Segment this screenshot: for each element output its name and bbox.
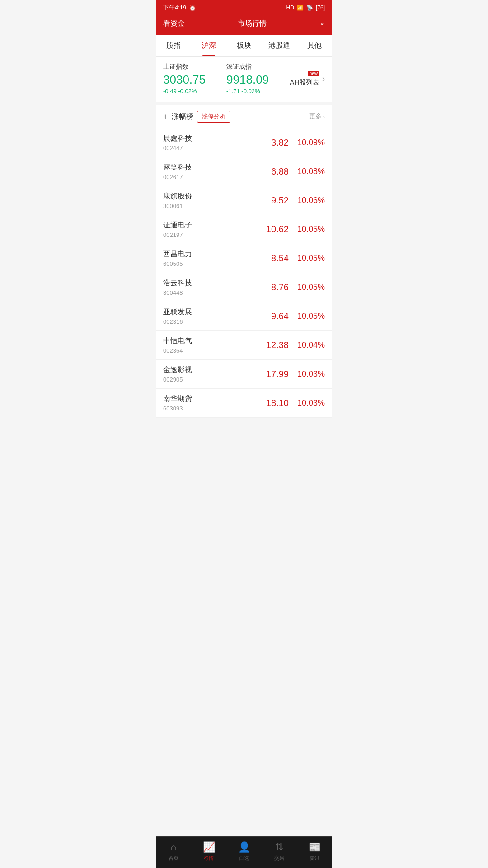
stock-code: 002447	[163, 145, 248, 151]
stock-price: 9.52	[248, 195, 289, 206]
stock-price: 9.64	[248, 311, 289, 321]
stock-price: 3.82	[248, 137, 289, 148]
tab-bankuai[interactable]: 板块	[226, 35, 262, 56]
stock-item[interactable]: 证通电子 002197 10.62 10.05%	[156, 215, 332, 244]
app-header: 看资金 市场行情 ⚬	[156, 14, 332, 35]
stock-list: 晨鑫科技 002447 3.82 10.09% 露笑科技 002617 6.88…	[156, 128, 332, 418]
stock-info: 中恒电气 002364	[163, 336, 248, 354]
rise-board-header: ⬇ 涨幅榜 涨停分析 更多 ›	[156, 105, 332, 128]
stock-name: 西昌电力	[163, 250, 248, 259]
ah-section[interactable]: new AH股列表 ›	[290, 71, 325, 87]
analysis-button[interactable]: 涨停分析	[197, 111, 230, 123]
index-divider	[221, 65, 221, 92]
stock-price: 12.38	[248, 340, 289, 350]
tab-guzhi[interactable]: 股指	[156, 35, 191, 56]
stock-price: 8.76	[248, 282, 289, 292]
chevron-right-icon: ›	[322, 74, 325, 84]
more-label: 更多	[309, 113, 322, 121]
index-section: 上证指数 3030.75 -0.49 -0.02% 深证成指 9918.09 -…	[156, 57, 332, 105]
stock-item[interactable]: 亚联发展 002316 9.64 10.05%	[156, 302, 332, 331]
battery-level: 76	[317, 5, 323, 11]
stock-name: 露笑科技	[163, 163, 248, 172]
index-divider-2	[284, 65, 284, 92]
stock-item[interactable]: 康旗股份 300061 9.52 10.06%	[156, 186, 332, 215]
stock-name: 浩云科技	[163, 278, 248, 288]
more-chevron-icon: ›	[323, 113, 325, 120]
stock-item[interactable]: 露笑科技 002617 6.88 10.08%	[156, 157, 332, 186]
page-title: 市场行情	[238, 19, 267, 28]
stock-code: 002197	[163, 231, 248, 238]
ah-content: new AH股列表	[290, 71, 319, 87]
stock-code: 300061	[163, 203, 248, 209]
status-right: HD 📶 📡 [76]	[286, 5, 325, 11]
tab-qita[interactable]: 其他	[297, 35, 332, 56]
stock-item[interactable]: 浩云科技 300448 8.76 10.05%	[156, 273, 332, 302]
stock-info: 金逸影视 002905	[163, 365, 248, 383]
stock-change: 10.08%	[289, 167, 325, 176]
stock-name: 康旗股份	[163, 192, 248, 201]
tab-ganggutong[interactable]: 港股通	[262, 35, 297, 56]
ah-badge: new	[308, 71, 319, 76]
more-link[interactable]: 更多 ›	[309, 113, 325, 121]
stock-name: 亚联发展	[163, 307, 248, 317]
status-left: 下午4:19 ⏰	[163, 4, 196, 12]
stock-item[interactable]: 南华期货 603093 18.10 10.03%	[156, 389, 332, 418]
stock-price: 8.54	[248, 253, 289, 264]
stock-change: 10.05%	[289, 283, 325, 292]
rise-board-title: 涨幅榜	[172, 112, 193, 122]
stock-name: 晨鑫科技	[163, 134, 248, 143]
sort-icon: ⬇	[163, 113, 168, 120]
stock-price: 10.62	[248, 224, 289, 235]
title-wrap: ⬇ 涨幅榜 涨停分析	[163, 111, 230, 123]
stock-item[interactable]: 中恒电气 002364 12.38 10.04%	[156, 331, 332, 360]
search-icon[interactable]: ⚬	[319, 19, 325, 28]
signal-icon: 📶	[297, 5, 304, 11]
stock-info: 浩云科技 300448	[163, 278, 248, 296]
stock-name: 证通电子	[163, 221, 248, 230]
stock-change: 10.03%	[289, 369, 325, 379]
stock-info: 晨鑫科技 002447	[163, 134, 248, 151]
alarm-icon: ⏰	[189, 5, 196, 11]
stock-code: 300448	[163, 289, 248, 296]
stock-change: 10.03%	[289, 398, 325, 408]
funds-button[interactable]: 看资金	[163, 19, 185, 28]
stock-code: 002364	[163, 347, 248, 354]
stock-code: 002316	[163, 318, 248, 325]
status-bar: 下午4:19 ⏰ HD 📶 📡 [76]	[156, 0, 332, 14]
stock-price: 18.10	[248, 398, 289, 408]
stock-change: 10.06%	[289, 196, 325, 205]
stock-change: 10.04%	[289, 340, 325, 350]
stock-info: 西昌电力 600505	[163, 250, 248, 267]
stock-code: 603093	[163, 405, 248, 412]
stock-change: 10.09%	[289, 138, 325, 147]
stock-change: 10.05%	[289, 225, 325, 234]
stock-name: 南华期货	[163, 394, 248, 404]
shenzhen-value: 9918.09	[226, 73, 278, 87]
battery-display: [76]	[316, 5, 325, 11]
stock-item[interactable]: 晨鑫科技 002447 3.82 10.09%	[156, 128, 332, 157]
shenzhen-name: 深证成指	[226, 63, 278, 71]
shangzheng-name: 上证指数	[163, 63, 215, 71]
stock-code: 002617	[163, 174, 248, 180]
status-time: 下午4:19	[163, 4, 186, 12]
shangzheng-value: 3030.75	[163, 73, 215, 87]
tab-hushen[interactable]: 沪深	[191, 35, 226, 56]
stock-change: 10.05%	[289, 311, 325, 321]
stock-info: 亚联发展 002316	[163, 307, 248, 325]
stock-name: 中恒电气	[163, 336, 248, 346]
shenzhen-change: -1.71 -0.02%	[226, 88, 278, 94]
stock-info: 露笑科技 002617	[163, 163, 248, 180]
stock-info: 康旗股份 300061	[163, 192, 248, 209]
wifi-icon: 📡	[306, 5, 313, 11]
stock-price: 6.88	[248, 166, 289, 177]
main-tabs: 股指 沪深 板块 港股通 其他	[156, 35, 332, 57]
stock-info: 证通电子 002197	[163, 221, 248, 238]
stock-code: 600505	[163, 260, 248, 267]
shangzheng-change: -0.49 -0.02%	[163, 88, 215, 94]
shangzheng-index: 上证指数 3030.75 -0.49 -0.02%	[163, 63, 215, 94]
hd-label: HD	[286, 5, 294, 11]
stock-item[interactable]: 金逸影视 002905 17.99 10.03%	[156, 360, 332, 389]
stock-name: 金逸影视	[163, 365, 248, 375]
stock-item[interactable]: 西昌电力 600505 8.54 10.05%	[156, 244, 332, 273]
stock-code: 002905	[163, 376, 248, 383]
